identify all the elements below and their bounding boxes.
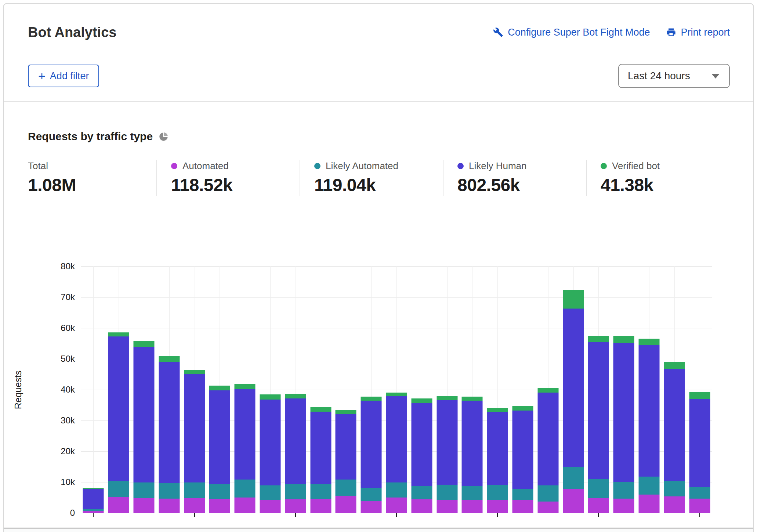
bar-segment[interactable] [108, 336, 129, 481]
bar-segment[interactable] [235, 389, 256, 480]
time-range-dropdown[interactable]: Last 24 hours [618, 64, 730, 88]
stat-likely-human[interactable]: Likely Human 802.56k [443, 160, 586, 196]
stacked-bar[interactable] [260, 394, 281, 513]
bar-segment[interactable] [537, 502, 558, 513]
stacked-bar[interactable] [310, 407, 331, 513]
bar-segment[interactable] [260, 394, 281, 399]
stacked-bar[interactable] [537, 388, 558, 513]
bar-segment[interactable] [260, 485, 281, 500]
bar-segment[interactable] [361, 401, 382, 488]
bar-segment[interactable] [209, 390, 230, 484]
bar-segment[interactable] [689, 487, 710, 499]
bar-segment[interactable] [664, 496, 685, 513]
bar-segment[interactable] [437, 400, 457, 484]
stat-verified-bot[interactable]: Verified bot 41.38k [586, 160, 729, 196]
stacked-bar[interactable] [108, 332, 129, 513]
bar-segment[interactable] [411, 403, 432, 486]
bar-segment[interactable] [209, 484, 230, 499]
bar-segment[interactable] [285, 484, 306, 499]
bar-segment[interactable] [689, 392, 710, 399]
stacked-bar[interactable] [336, 410, 356, 513]
stacked-bar[interactable] [159, 356, 180, 513]
bar-segment[interactable] [411, 499, 432, 513]
stacked-bar[interactable] [563, 290, 584, 513]
bar-segment[interactable] [689, 399, 710, 487]
stacked-bar[interactable] [613, 336, 634, 513]
bar-segment[interactable] [487, 408, 508, 412]
bar-segment[interactable] [588, 479, 609, 498]
bar-segment[interactable] [437, 485, 457, 500]
bar-segment[interactable] [462, 401, 483, 486]
stacked-bar[interactable] [639, 339, 660, 513]
stat-automated[interactable]: Automated 118.52k [156, 160, 300, 196]
stacked-bar[interactable] [386, 393, 407, 513]
stacked-bar[interactable] [689, 392, 710, 513]
stacked-bar[interactable] [437, 396, 457, 513]
stacked-bar[interactable] [134, 341, 155, 513]
bar-segment[interactable] [310, 407, 331, 412]
stacked-bar[interactable] [285, 394, 306, 513]
bar-segment[interactable] [386, 396, 407, 482]
bar-segment[interactable] [613, 482, 634, 498]
bar-segment[interactable] [588, 342, 609, 479]
bar-segment[interactable] [134, 341, 155, 347]
bar-segment[interactable] [588, 498, 609, 513]
bar-segment[interactable] [563, 489, 584, 513]
bar-segment[interactable] [537, 485, 558, 502]
bar-segment[interactable] [310, 499, 331, 513]
bar-segment[interactable] [134, 498, 155, 513]
bar-segment[interactable] [336, 414, 356, 480]
bar-segment[interactable] [386, 498, 407, 513]
bar-segment[interactable] [361, 488, 382, 501]
stacked-bar[interactable] [462, 397, 483, 513]
bar-segment[interactable] [108, 481, 129, 498]
bar-segment[interactable] [613, 336, 634, 342]
bar-segment[interactable] [159, 362, 180, 484]
bar-segment[interactable] [563, 467, 584, 489]
bar-segment[interactable] [512, 406, 533, 411]
bar-segment[interactable] [563, 309, 584, 467]
bar-segment[interactable] [83, 489, 104, 509]
stacked-bar[interactable] [209, 386, 230, 513]
stacked-bar[interactable] [83, 488, 104, 513]
bar-segment[interactable] [260, 400, 281, 485]
bar-segment[interactable] [184, 482, 205, 498]
bar-segment[interactable] [411, 486, 432, 499]
bar-segment[interactable] [487, 500, 508, 513]
bar-segment[interactable] [260, 500, 281, 513]
bar-segment[interactable] [184, 498, 205, 513]
stacked-bar[interactable] [588, 336, 609, 513]
bar-segment[interactable] [613, 343, 634, 482]
bar-segment[interactable] [537, 393, 558, 486]
bar-segment[interactable] [184, 374, 205, 482]
bar-segment[interactable] [361, 397, 382, 401]
bar-segment[interactable] [639, 495, 660, 513]
bar-segment[interactable] [639, 477, 660, 495]
bar-segment[interactable] [159, 356, 180, 362]
bar-segment[interactable] [664, 481, 685, 496]
bar-segment[interactable] [159, 483, 180, 499]
bar-segment[interactable] [664, 362, 685, 369]
bar-segment[interactable] [639, 345, 660, 477]
bar-segment[interactable] [512, 500, 533, 513]
bar-segment[interactable] [285, 398, 306, 484]
bar-segment[interactable] [361, 501, 382, 513]
bar-segment[interactable] [336, 480, 356, 496]
bar-segment[interactable] [462, 397, 483, 401]
add-filter-button[interactable]: + Add filter [28, 65, 99, 87]
stat-likely-automated[interactable]: Likely Automated 119.04k [300, 160, 443, 196]
stacked-bar[interactable] [184, 370, 205, 513]
bar-segment[interactable] [487, 485, 508, 500]
bar-segment[interactable] [437, 500, 457, 513]
bar-segment[interactable] [108, 497, 129, 513]
bar-segment[interactable] [512, 411, 533, 489]
bar-segment[interactable] [437, 396, 457, 401]
bar-segment[interactable] [537, 388, 558, 393]
bar-segment[interactable] [134, 347, 155, 482]
configure-super-bot-fight-mode-link[interactable]: Configure Super Bot Fight Mode [493, 27, 650, 38]
bar-segment[interactable] [386, 482, 407, 498]
bar-segment[interactable] [184, 370, 205, 374]
bar-segment[interactable] [159, 499, 180, 513]
bar-segment[interactable] [108, 332, 129, 336]
bar-segment[interactable] [689, 499, 710, 513]
